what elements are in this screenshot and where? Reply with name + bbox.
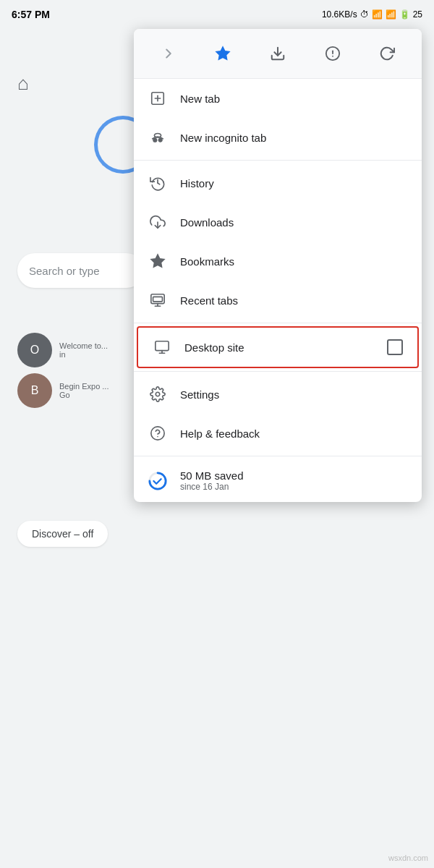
menu-item-help[interactable]: Help & feedback xyxy=(134,414,422,453)
savings-main: 50 MB saved xyxy=(180,469,244,482)
avatar-b: B xyxy=(17,373,52,408)
svg-rect-16 xyxy=(153,297,163,301)
svg-point-9 xyxy=(153,138,157,142)
status-time: 6:57 PM xyxy=(12,9,50,20)
search-placeholder: Search or type xyxy=(29,265,100,277)
incognito-label: New incognito tab xyxy=(180,132,407,144)
divider-4 xyxy=(134,456,422,456)
avatar-o: O xyxy=(17,333,52,367)
forward-button[interactable] xyxy=(154,39,183,68)
history-label: History xyxy=(180,177,407,190)
status-bar: 6:57 PM 10.6KB/s ⏱ 📶 📶 🔋 25 xyxy=(0,0,434,29)
svg-marker-14 xyxy=(151,255,164,267)
incognito-icon xyxy=(148,128,167,147)
new-tab-icon xyxy=(148,89,167,108)
discover-button[interactable]: Discover – off xyxy=(17,521,108,547)
downloads-icon xyxy=(148,213,167,231)
dropdown-menu: New tab New incognito tab xyxy=(134,29,422,502)
desktop-site-icon xyxy=(153,338,171,357)
menu-item-desktop-site[interactable]: Desktop site xyxy=(137,326,419,368)
search-bar[interactable]: Search or type xyxy=(17,253,144,288)
new-tab-label: New tab xyxy=(180,93,407,105)
avatar-section: O Welcome to... in B Begin Expo ... Go xyxy=(17,333,109,408)
avatar-2-text: Begin Expo ... Go xyxy=(59,382,109,399)
battery-percent: 25 xyxy=(413,9,422,20)
wifi-icon: 📶 xyxy=(386,9,396,20)
svg-point-10 xyxy=(158,138,162,142)
home-icon: ⌂ xyxy=(17,72,29,95)
watermark: wsxdn.com xyxy=(388,854,428,862)
history-icon xyxy=(148,174,167,192)
menu-item-settings[interactable]: Settings xyxy=(134,375,422,414)
recent-tabs-icon xyxy=(148,291,167,310)
background-page: ⌂ Search or type O Welcome to... in B Be… xyxy=(0,29,145,868)
bookmark-button[interactable] xyxy=(208,39,237,68)
svg-point-23 xyxy=(151,427,164,440)
battery-icon: 🔋 xyxy=(399,9,410,20)
menu-item-recent-tabs[interactable]: Recent tabs xyxy=(134,281,422,320)
divider-2 xyxy=(134,323,422,323)
menu-item-bookmarks[interactable]: Bookmarks xyxy=(134,242,422,281)
signal-icon: 📶 xyxy=(372,9,383,20)
help-icon xyxy=(148,424,167,443)
menu-item-new-tab[interactable]: New tab xyxy=(134,79,422,118)
menu-item-savings: 50 MB saved since 16 Jan xyxy=(134,459,422,502)
svg-rect-19 xyxy=(156,341,169,351)
menu-item-downloads[interactable]: Downloads xyxy=(134,203,422,242)
clock-icon: ⏱ xyxy=(360,9,369,20)
settings-icon xyxy=(148,385,167,404)
svg-line-12 xyxy=(158,183,160,184)
desktop-site-checkbox[interactable] xyxy=(387,339,403,355)
avatar-row-2: B Begin Expo ... Go xyxy=(17,373,109,408)
bookmarks-icon xyxy=(148,252,167,271)
recent-tabs-label: Recent tabs xyxy=(180,294,407,307)
help-label: Help & feedback xyxy=(180,427,407,440)
menu-list: New tab New incognito tab xyxy=(134,79,422,502)
settings-label: Settings xyxy=(180,388,407,401)
avatar-row-1: O Welcome to... in xyxy=(17,333,109,367)
divider-1 xyxy=(134,160,422,161)
divider-3 xyxy=(134,371,422,372)
status-right: 10.6KB/s ⏱ 📶 📶 🔋 25 xyxy=(322,9,422,20)
menu-toolbar xyxy=(134,29,422,79)
network-speed: 10.6KB/s xyxy=(322,9,357,20)
desktop-site-label: Desktop site xyxy=(184,341,374,354)
refresh-button[interactable] xyxy=(373,39,401,68)
svg-point-22 xyxy=(156,392,160,396)
info-button[interactable] xyxy=(318,39,347,68)
savings-icon xyxy=(148,472,167,490)
savings-sub: since 16 Jan xyxy=(180,482,244,492)
svg-marker-0 xyxy=(216,47,229,59)
download-page-button[interactable] xyxy=(263,39,292,68)
menu-item-history[interactable]: History xyxy=(134,163,422,203)
downloads-label: Downloads xyxy=(180,216,407,229)
avatar-1-text: Welcome to... in xyxy=(59,341,108,359)
menu-item-incognito[interactable]: New incognito tab xyxy=(134,118,422,157)
bookmarks-label: Bookmarks xyxy=(180,255,407,268)
savings-text: 50 MB saved since 16 Jan xyxy=(180,469,244,492)
